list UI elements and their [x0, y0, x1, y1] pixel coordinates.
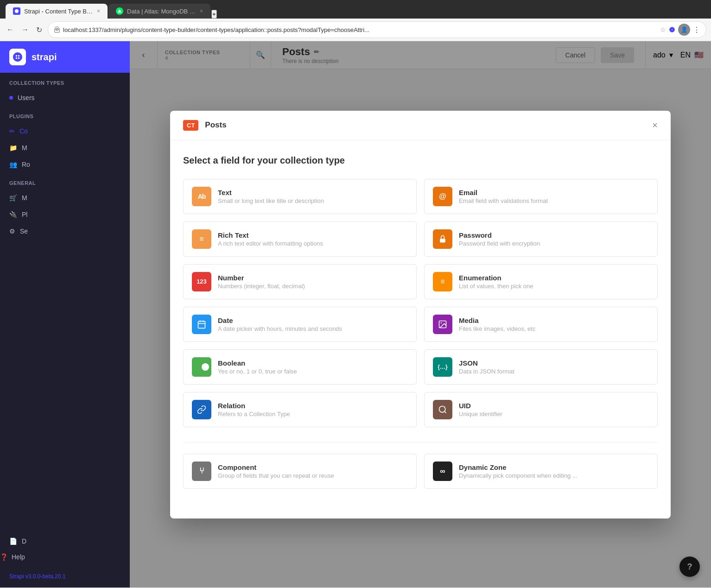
bookmark-icon[interactable]: ☆ — [660, 26, 666, 33]
browser-tab-strapi[interactable]: Strapi - Content Type Builder × — [6, 4, 108, 19]
field-card-media[interactable]: Media Files like images, videos, etc — [424, 307, 658, 342]
sidebar-version-area: Strapi v3.0.0-beta.20.1 — [0, 564, 130, 588]
sidebar-item-roles[interactable]: 👥 Ro — [0, 156, 130, 173]
sidebar-collection-types-label: COLLECTION TYPES — [0, 73, 130, 89]
close-tab-strapi[interactable]: × — [97, 8, 100, 14]
browser-chrome: Strapi - Content Type Builder × Data | A… — [0, 0, 711, 19]
strapi-logo — [9, 49, 26, 65]
modal-dialog: CT Posts × Select a field for your colle… — [170, 111, 671, 518]
field-card-date[interactable]: Date A date picker with hours, minutes a… — [183, 307, 417, 342]
password-field-icon — [433, 229, 452, 249]
modal-body: Select a field for your collection type … — [170, 140, 671, 518]
media-field-icon — [433, 315, 452, 334]
richtext-field-desc: A rich text editor with formatting optio… — [218, 240, 323, 247]
field-card-uid[interactable]: UID Unique identifier — [424, 392, 658, 427]
forward-nav-button[interactable]: → — [19, 24, 31, 36]
fields-grid: Ab Text Small or long text like title or… — [183, 179, 658, 427]
field-card-text[interactable]: Ab Text Small or long text like title or… — [183, 179, 417, 214]
sidebar-item-settings[interactable]: ⚙ Se — [0, 223, 130, 240]
component-field-info: Component Group of fields that you can r… — [218, 463, 334, 479]
sidebar-item-content-builder[interactable]: ✏ Co — [0, 123, 130, 139]
uid-field-info: UID Unique identifier — [459, 402, 502, 417]
image-icon — [438, 320, 447, 329]
menu-icon[interactable]: ⋮ — [693, 25, 700, 34]
field-card-relation[interactable]: Relation Refers to a Collection Type — [183, 392, 417, 427]
uid-field-icon — [433, 400, 452, 419]
email-field-info: Email Email field with validations forma… — [459, 189, 548, 204]
dynamiczone-field-icon: ∞ — [433, 462, 452, 481]
profile-avatar[interactable]: 👤 — [678, 24, 690, 36]
dynamiczone-field-name: Dynamic Zone — [459, 463, 578, 471]
date-field-icon — [192, 315, 211, 334]
sidebar-item-users[interactable]: Users — [0, 89, 130, 106]
address-bar: ← → ↻ localhost:1337/admin/plugins/conte… — [0, 19, 711, 41]
date-field-name: Date — [218, 316, 342, 324]
svg-marker-1 — [118, 9, 121, 13]
browser-tabs: Strapi - Content Type Builder × Data | A… — [6, 4, 705, 19]
field-card-json[interactable]: {…} JSON Data in JSON format — [424, 349, 658, 385]
sidebar-item-marketplace[interactable]: 🛒 M — [0, 190, 130, 206]
svg-point-14 — [202, 363, 209, 371]
sidebar-plugins-label: PLUGINS — [0, 106, 130, 123]
media-field-name: Media — [459, 316, 535, 324]
relation-field-name: Relation — [218, 402, 290, 410]
sidebar-plugins-gen-label: Pl — [22, 211, 27, 218]
strapi-brand-name: strapi — [32, 52, 57, 63]
richtext-field-name: Rich Text — [218, 231, 323, 239]
sidebar-help-label: Help — [12, 553, 25, 561]
sidebar-settings-label: Se — [20, 228, 28, 235]
modal-close-button[interactable]: × — [652, 120, 658, 130]
app-layout: strapi COLLECTION TYPES Users PLUGINS ✏ … — [0, 41, 711, 588]
sidebar-item-docs[interactable]: 📄 D — [0, 533, 130, 550]
svg-point-0 — [15, 9, 19, 13]
link-icon — [197, 405, 206, 414]
back-nav-button[interactable]: ← — [5, 24, 16, 36]
special-fields-grid: ⑂ Component Group of fields that you can… — [183, 454, 658, 489]
component-field-icon: ⑂ — [192, 462, 211, 481]
tab-title-atlas: Data | Atlas: MongoDB Atlas — [127, 8, 196, 15]
lock-field-icon — [438, 234, 447, 244]
field-card-number[interactable]: 123 Number Numbers (integer, float, deci… — [183, 264, 417, 299]
sidebar-media-label: M — [22, 144, 27, 152]
field-card-enumeration[interactable]: ≡ Enumeration List of values, then pick … — [424, 264, 658, 299]
svg-point-12 — [441, 322, 442, 323]
field-card-password[interactable]: Password Password field with encryption — [424, 221, 658, 257]
modal-ct-badge: CT — [183, 120, 198, 131]
users-bullet — [9, 96, 13, 100]
sidebar-general-label: GENERAL — [0, 173, 130, 190]
field-card-dynamiczone[interactable]: ∞ Dynamic Zone Dynamically pick componen… — [424, 454, 658, 489]
address-box[interactable]: localhost:1337/admin/plugins/content-typ… — [48, 21, 706, 38]
new-tab-button[interactable]: + — [211, 10, 217, 19]
field-card-richtext[interactable]: ≡ Rich Text A rich text editor with form… — [183, 221, 417, 257]
field-card-boolean[interactable]: Boolean Yes or no, 1 or 0, true or false — [183, 349, 417, 385]
relation-field-icon — [192, 400, 211, 419]
sidebar-marketplace-label: M — [22, 194, 27, 202]
address-url: localhost:1337/admin/plugins/content-typ… — [63, 26, 657, 33]
section-separator — [183, 442, 658, 443]
sidebar-item-help[interactable]: ❓ Help — [0, 550, 130, 564]
field-card-component[interactable]: ⑂ Component Group of fields that you can… — [183, 454, 417, 489]
sidebar-ct-label: Co — [19, 127, 28, 135]
enumeration-field-info: Enumeration List of values, then pick on… — [459, 274, 533, 290]
sidebar-item-media[interactable]: 📁 M — [0, 139, 130, 156]
sidebar-item-plugins-general[interactable]: 🔌 Pl — [0, 206, 130, 223]
close-tab-atlas[interactable]: × — [200, 8, 203, 14]
uid-field-desc: Unique identifier — [459, 411, 502, 417]
json-field-desc: Data in JSON format — [459, 368, 514, 375]
sidebar-version-link[interactable]: Strapi v3.0.0-beta.20.1 — [9, 573, 65, 580]
extension-icon: i — [669, 26, 675, 33]
enumeration-field-desc: List of values, then pick one — [459, 283, 533, 290]
number-field-info: Number Numbers (integer, float, decimal) — [218, 274, 305, 290]
dynamiczone-field-desc: Dynamically pick component when editing … — [459, 472, 578, 479]
email-field-desc: Email field with validations format — [459, 197, 548, 204]
text-field-info: Text Small or long text like title or de… — [218, 189, 324, 204]
email-field-name: Email — [459, 189, 548, 196]
browser-tab-atlas[interactable]: Data | Atlas: MongoDB Atlas × — [108, 4, 210, 19]
boolean-field-info: Boolean Yes or no, 1 or 0, true or false — [218, 359, 297, 375]
modal-title: Posts — [205, 120, 646, 130]
json-field-info: JSON Data in JSON format — [459, 359, 514, 375]
field-card-email[interactable]: @ Email Email field with validations for… — [424, 179, 658, 214]
dynamiczone-field-info: Dynamic Zone Dynamically pick component … — [459, 463, 578, 479]
reload-button[interactable]: ↻ — [34, 24, 44, 36]
boolean-field-name: Boolean — [218, 359, 297, 367]
